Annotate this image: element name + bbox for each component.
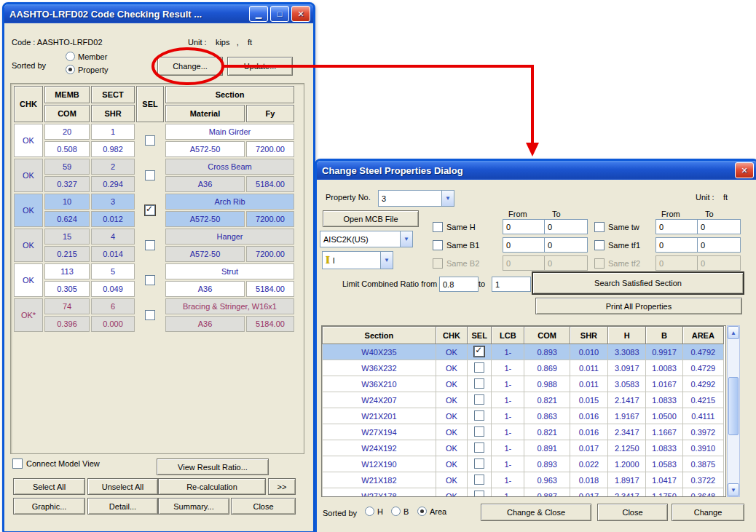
section-row[interactable]: W12X190OK1-0.8930.0221.20001.05830.3875: [323, 456, 724, 472]
tf1-from-field[interactable]: 0: [655, 237, 699, 253]
b1-to-field[interactable]: 0: [544, 237, 588, 253]
result-row[interactable]: OK154Hanger: [14, 229, 294, 245]
view-result-ratio-button[interactable]: View Result Ratio...: [157, 458, 269, 475]
h-to-field[interactable]: 0: [544, 219, 588, 234]
change-button[interactable]: Change: [672, 504, 744, 521]
row-select-checkbox[interactable]: [474, 491, 484, 497]
detail-button[interactable]: Detail...: [87, 498, 158, 515]
section-row[interactable]: W36X232OK1-0.8690.0113.09171.00830.4729: [323, 360, 724, 376]
row-select-checkbox[interactable]: [145, 135, 155, 146]
same-tw-box-icon[interactable]: [594, 222, 605, 232]
summary-button[interactable]: Summary...: [158, 498, 229, 515]
maximize-button-icon[interactable]: □: [270, 6, 289, 22]
titlebar[interactable]: AASHTO-LRFD02 Code Checking Result ... ▁…: [4, 4, 313, 23]
section-row[interactable]: W36X210OK1-0.9880.0113.05831.01670.4292: [323, 376, 724, 392]
result-row[interactable]: OK592Cross Beam: [14, 159, 294, 175]
sort-property-radio[interactable]: Property: [66, 65, 109, 74]
result-row[interactable]: OK201Main Girder: [14, 124, 294, 140]
row-select-checkbox[interactable]: [474, 362, 484, 373]
row-select-checkbox[interactable]: [145, 170, 155, 180]
result-row[interactable]: OK103Arch Rib: [14, 194, 294, 210]
sort-member-radio[interactable]: Member: [66, 52, 107, 61]
row-select-checkbox[interactable]: [145, 205, 155, 215]
titlebar[interactable]: Change Steel Properties Dialog ✕: [317, 161, 756, 180]
close-button-icon[interactable]: ✕: [735, 162, 754, 178]
graphic-button[interactable]: Graphic...: [13, 498, 85, 515]
open-mcb-file-button[interactable]: Open MCB File: [323, 210, 419, 227]
tw-from-field[interactable]: 0: [655, 219, 699, 234]
change-button[interactable]: Change...: [157, 57, 223, 76]
same-h-box-icon[interactable]: [433, 222, 443, 232]
scroll-up-icon[interactable]: ▲: [728, 326, 739, 339]
change-and-close-button[interactable]: Change & Close: [481, 504, 591, 521]
expand-button[interactable]: >>: [268, 478, 296, 495]
scroll-down-icon[interactable]: ▼: [728, 483, 739, 496]
b1-from-field[interactable]: 0: [503, 237, 546, 253]
same-tf1-box-icon[interactable]: [594, 240, 605, 250]
row-select-checkbox[interactable]: [474, 410, 484, 421]
tf1-to-field[interactable]: 0: [697, 237, 741, 253]
h-from-field[interactable]: 0: [503, 219, 546, 234]
chevron-down-icon[interactable]: ▼: [380, 252, 393, 269]
row-select-checkbox[interactable]: [145, 310, 155, 320]
row-select-checkbox[interactable]: [474, 475, 484, 485]
section-row[interactable]: W27X194OK1-0.8210.0162.34171.16670.3972: [323, 424, 724, 440]
section-row[interactable]: W27X178OK1-0.8870.0172.34171.17500.3648: [323, 488, 724, 498]
b-radio-icon[interactable]: [391, 507, 401, 516]
section-row[interactable]: W24X192OK1-0.8910.0172.12501.08330.3910: [323, 440, 724, 456]
tw-to-field[interactable]: 0: [697, 219, 741, 234]
same-b1-checkbox[interactable]: Same B1: [432, 239, 479, 251]
row-select-checkbox[interactable]: [474, 426, 484, 437]
same-tf1-checkbox[interactable]: Same tf1: [594, 239, 640, 251]
row-select-checkbox[interactable]: [474, 458, 484, 469]
sort-h-radio[interactable]: H: [365, 507, 383, 516]
sel-cell: [468, 472, 492, 488]
scrollbar-thumb[interactable]: [728, 377, 739, 435]
same-b1-box-icon[interactable]: [433, 240, 443, 250]
row-select-checkbox[interactable]: [474, 346, 484, 357]
unselect-all-button[interactable]: Unselect All: [87, 478, 158, 495]
limit-to-field[interactable]: 1: [492, 277, 531, 292]
print-all-properties-button[interactable]: Print All Properties: [535, 298, 742, 314]
vertical-scrollbar[interactable]: ▲ ▼: [727, 325, 740, 497]
material-cell: A572-50: [165, 141, 245, 157]
area-radio-icon[interactable]: [417, 507, 427, 516]
same-tw-checkbox[interactable]: Same tw: [594, 221, 639, 233]
section-row[interactable]: W24X207OK1-0.8210.0152.14171.08330.4215: [323, 392, 724, 408]
sort-b-radio[interactable]: B: [391, 507, 409, 516]
row-select-checkbox[interactable]: [474, 442, 484, 453]
select-all-button[interactable]: Select All: [13, 478, 85, 495]
section-shape-select[interactable]: I I ▼: [322, 251, 393, 269]
close-button-icon[interactable]: ✕: [291, 6, 310, 22]
connect-model-view-box-icon[interactable]: [12, 458, 23, 469]
section-row[interactable]: W21X182OK1-0.9630.0181.89171.04170.3722: [323, 472, 724, 488]
row-select-checkbox[interactable]: [145, 240, 155, 250]
chevron-down-icon[interactable]: ▼: [400, 231, 412, 247]
b-cell: 1.0583: [646, 456, 682, 472]
chevron-down-icon[interactable]: ▼: [441, 191, 454, 206]
property-no-select[interactable]: 3 ▼: [378, 190, 454, 207]
recalculation-button[interactable]: Re-calculation: [158, 478, 266, 495]
close-button[interactable]: Close: [597, 504, 668, 521]
close-button[interactable]: Close: [231, 498, 296, 515]
lcb-cell: 1-: [492, 408, 524, 424]
section-db-select[interactable]: AISC2K(US) ▼: [320, 231, 413, 247]
update-button[interactable]: Update...: [227, 57, 293, 76]
row-select-checkbox[interactable]: [145, 275, 155, 285]
connect-model-view-checkbox[interactable]: Connect Model View: [12, 458, 100, 469]
same-h-checkbox[interactable]: Same H: [432, 221, 476, 233]
sort-area-radio[interactable]: Area: [417, 507, 446, 516]
property-radio-icon[interactable]: [66, 65, 75, 74]
minimize-button-icon[interactable]: ▁: [249, 6, 268, 22]
h-radio-icon[interactable]: [365, 507, 374, 516]
row-select-checkbox[interactable]: [474, 394, 484, 405]
section-row[interactable]: W21X201OK1-0.8630.0161.91671.05000.4111: [323, 408, 724, 424]
row-select-checkbox[interactable]: [474, 378, 484, 389]
result-row[interactable]: OK1135Strut: [14, 263, 294, 279]
search-satisfied-section-button[interactable]: Search Satisfied Section: [532, 271, 744, 295]
member-radio-icon[interactable]: [66, 52, 75, 61]
section-row[interactable]: W40X235OK1-0.8930.0103.30830.99170.4792: [323, 344, 724, 360]
lcb-cell: 1-: [492, 392, 524, 408]
limit-from-field[interactable]: 0.8: [439, 277, 479, 292]
result-row[interactable]: OK*746Bracing & Stringer, W16x1: [14, 298, 294, 314]
